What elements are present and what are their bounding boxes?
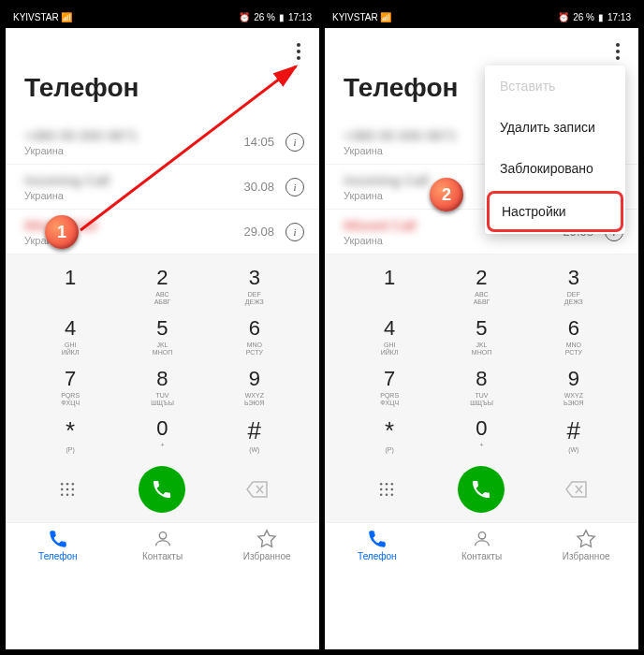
battery-pct: 26 % [573,12,594,22]
dialpad-key-8[interactable]: 8TUVШЩЪЫ [435,365,527,410]
dialpad-key-7[interactable]: 7PQRSФХЦЧ [344,365,435,410]
menu-delete-records[interactable]: Удалить записи [485,107,625,148]
call-region: Украина [24,190,243,201]
dialpad-key-4[interactable]: 4GHIИЙКЛ [344,314,435,359]
bottom-nav: Телефон Контакты Избранное [6,522,319,567]
nav-label: Телефон [358,551,396,561]
call-log-item[interactable]: Incoming CallУкраина 30.08 i [6,165,319,210]
call-region: Украина [344,235,563,246]
carrier: KYIVSTAR [13,12,59,22]
dialpad-key-0[interactable]: 0+ [435,415,527,456]
key-letters: TUV [435,392,527,400]
dialpad-key-4[interactable]: 4GHIИЙКЛ [24,314,116,359]
call-time: 30.08 [243,180,274,194]
dialpad-key-*[interactable]: *(P) [344,415,435,456]
dial-button[interactable] [458,466,505,513]
nav-label: Контакты [461,551,502,561]
dialpad-key-1[interactable]: 1 [344,264,435,309]
svg-point-0 [61,483,64,486]
dialpad: 12ABCАБВГ3DEFДЕЖЗ4GHIИЙКЛ5JKLМНОП6MNOРСТ… [325,255,638,522]
dialpad-key-2[interactable]: 2ABCАБВГ [435,264,527,309]
more-menu-button[interactable] [293,39,304,64]
key-letters-ru: РСТУ [209,349,300,357]
info-icon[interactable]: i [285,223,304,241]
svg-point-7 [66,493,69,496]
key-digit: 8 [116,367,208,391]
nav-phone[interactable]: Телефон [6,529,110,561]
key-letters: PQRS [344,392,435,400]
key-letters: + [116,442,208,449]
menu-blocked[interactable]: Заблокировано [485,148,625,189]
dial-button[interactable] [139,466,185,513]
key-digit: 8 [435,367,527,391]
nav-favorites[interactable]: Избранное [534,529,638,561]
svg-point-16 [380,488,383,490]
call-name: +380 00 000 0871 [24,127,243,143]
page-title: Телефон [6,67,319,120]
backspace-button[interactable] [562,474,592,504]
key-letters-ru: ДЕЖЗ [209,298,300,306]
menu-settings[interactable]: Настройки [487,191,623,232]
call-time: 29.08 [243,225,274,239]
key-digit: 3 [528,266,620,290]
svg-point-5 [72,488,75,490]
key-digit: # [528,416,620,445]
key-letters-ru: АБВГ [116,298,208,306]
more-menu-button[interactable] [612,39,623,64]
dialpad-key-#[interactable]: #(W) [528,415,620,456]
star-icon [576,529,596,549]
dialpad-key-1[interactable]: 1 [24,264,116,309]
dialpad-key-0[interactable]: 0+ [116,415,208,456]
key-letters: (W) [528,446,620,454]
nav-contacts[interactable]: Контакты [110,529,215,561]
dialpad-key-6[interactable]: 6MNOРСТУ [209,314,300,359]
dialpad-key-5[interactable]: 5JKLМНОП [435,314,527,359]
dialpad-key-7[interactable]: 7PQRSФХЦЧ [24,365,116,410]
dialpad-key-3[interactable]: 3DEFДЕЖЗ [528,264,620,309]
hide-dialpad-button[interactable] [372,474,402,504]
dialpad-key-*[interactable]: *(P) [24,415,116,456]
svg-point-20 [386,493,388,496]
svg-point-19 [380,493,383,496]
nav-label: Избранное [243,551,291,561]
dialpad-key-2[interactable]: 2ABCАБВГ [116,264,208,309]
svg-point-11 [159,531,166,538]
svg-point-24 [478,531,485,538]
svg-point-21 [391,493,394,496]
dialpad-key-#[interactable]: #(W) [209,415,300,456]
key-digit: 7 [24,367,116,391]
key-digit: 9 [209,367,300,391]
key-digit: 0 [116,416,208,441]
screenshot-left: KYIVSTAR📶 ⏰26 %▮17:13 Телефон +380 00 00… [6,6,319,649]
key-digit: * [24,416,116,445]
battery-icon: ▮ [598,12,604,22]
key-letters: JKL [116,342,208,349]
dialpad-key-5[interactable]: 5JKLМНОП [116,314,208,359]
key-digit: 6 [528,316,620,341]
dialpad-key-6[interactable]: 6MNOРСТУ [528,314,620,359]
battery-pct: 26 % [254,12,275,22]
dialpad-key-3[interactable]: 3DEFДЕЖЗ [209,264,300,309]
key-letters: ABC [116,291,208,298]
hide-dialpad-button[interactable] [52,474,82,504]
nav-contacts[interactable]: Контакты [430,529,534,561]
backspace-button[interactable] [242,474,272,504]
dialpad-key-9[interactable]: 9WXYZЬЭЮЯ [528,365,620,410]
call-time: 14:05 [243,135,274,149]
info-icon[interactable]: i [285,178,304,196]
nav-label: Избранное [563,551,610,561]
key-letters: DEF [528,291,620,298]
nav-favorites[interactable]: Избранное [214,529,319,561]
svg-point-6 [61,493,64,496]
key-letters-ru: МНОП [435,349,527,357]
nav-phone[interactable]: Телефон [325,529,430,561]
call-log-item[interactable]: +380 00 000 0871Украина 14:05 i [6,120,319,165]
svg-point-3 [61,488,64,490]
signal-icon: 📶 [380,12,391,22]
svg-point-18 [391,488,394,490]
app-header [6,28,319,67]
key-digit: 1 [344,266,435,290]
dialpad-key-8[interactable]: 8TUVШЩЪЫ [116,365,208,410]
info-icon[interactable]: i [285,133,304,152]
dialpad-key-9[interactable]: 9WXYZЬЭЮЯ [209,365,300,410]
